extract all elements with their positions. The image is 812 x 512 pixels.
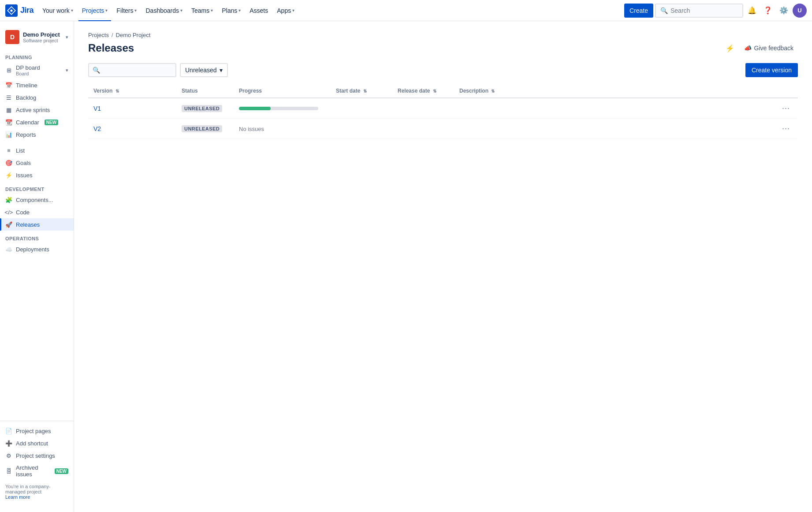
- notifications-button[interactable]: 🔔: [745, 4, 759, 18]
- your-work-chevron-icon: ▾: [71, 8, 73, 13]
- sidebar-item-timeline[interactable]: 📅 Timeline: [0, 79, 74, 91]
- release-date-v2: [392, 119, 454, 139]
- jira-logo-text: Jira: [20, 6, 34, 15]
- board-icon: ⊞: [5, 67, 12, 74]
- deployments-label: Deployments: [16, 246, 49, 253]
- breadcrumb-projects[interactable]: Projects: [88, 32, 109, 38]
- nav-assets[interactable]: Assets: [246, 4, 272, 18]
- col-start-date[interactable]: Start date ⇅: [331, 84, 392, 98]
- teams-chevron-icon: ▾: [211, 8, 213, 13]
- calendar-icon: 📆: [5, 119, 12, 126]
- start-date-sort-icon: ⇅: [363, 89, 367, 93]
- nav-apps[interactable]: Apps ▾: [273, 4, 298, 18]
- table-row: V2UNRELEASEDNo issues···: [88, 119, 798, 139]
- user-avatar[interactable]: U: [793, 4, 807, 18]
- breadcrumb-sep-1: /: [112, 32, 113, 38]
- version-search-input[interactable]: [103, 67, 172, 74]
- main-content: Projects / Demo Project Releases ⚡ 📣 Giv…: [74, 21, 812, 512]
- unreleased-filter-button[interactable]: Unreleased ▾: [180, 63, 228, 77]
- settings-icon: ⚙: [5, 452, 12, 459]
- project-name: Demo Project: [23, 31, 62, 38]
- more-actions-button-v2[interactable]: ···: [779, 123, 793, 134]
- sidebar-item-reports[interactable]: 📊 Reports: [0, 128, 74, 141]
- projects-chevron-icon: ▾: [105, 8, 108, 13]
- components-icon: 🧩: [5, 196, 12, 203]
- project-settings-label: Project settings: [16, 452, 55, 459]
- sidebar-item-list[interactable]: ≡ List: [0, 144, 74, 157]
- settings-button[interactable]: ⚙️: [777, 4, 791, 18]
- page-header-actions: ⚡ 📣 Give feedback: [726, 42, 798, 54]
- sidebar-item-deployments[interactable]: ☁️ Deployments: [0, 243, 74, 255]
- dp-board-chevron-icon: ▾: [66, 67, 68, 73]
- app-logo[interactable]: Jira: [5, 4, 34, 17]
- breadcrumb: Projects / Demo Project: [88, 32, 798, 38]
- col-actions: [774, 84, 798, 98]
- nav-filters[interactable]: Filters ▾: [113, 4, 140, 18]
- apps-chevron-icon: ▾: [292, 8, 294, 13]
- app-layout: D Demo Project Software project ▾ PLANNI…: [0, 0, 812, 512]
- sidebar-item-calendar[interactable]: 📆 Calendar NEW: [0, 116, 74, 128]
- deployments-icon: ☁️: [5, 246, 12, 253]
- progress-bar-v1: [239, 107, 318, 110]
- sidebar-item-dp-board[interactable]: ⊞ DP board Board ▾: [0, 62, 74, 79]
- project-type: Software project: [23, 38, 62, 43]
- status-badge-v1: UNRELEASED: [182, 105, 222, 112]
- sidebar-project-header[interactable]: D Demo Project Software project ▾: [0, 26, 74, 49]
- code-icon: </>: [5, 209, 12, 216]
- dp-board-sub: Board: [16, 71, 40, 76]
- create-button[interactable]: Create: [624, 4, 653, 18]
- description-v1: [454, 98, 774, 119]
- col-release-date[interactable]: Release date ⇅: [392, 84, 454, 98]
- sidebar-item-backlog[interactable]: ☰ Backlog: [0, 91, 74, 104]
- sidebar-item-add-shortcut[interactable]: ➕ Add shortcut: [0, 437, 74, 449]
- create-version-button[interactable]: Create version: [745, 63, 798, 77]
- sidebar-item-archived-issues[interactable]: 🗄 Archived issues NEW: [0, 462, 74, 480]
- sidebar-item-issues[interactable]: ⚡ Issues: [0, 169, 74, 181]
- sidebar-item-code[interactable]: </> Code: [0, 206, 74, 218]
- sidebar-item-project-pages[interactable]: 📄 Project pages: [0, 425, 74, 437]
- dp-board-label: DP board: [16, 64, 40, 71]
- components-label: Components...: [16, 197, 53, 203]
- more-actions-button-v1[interactable]: ···: [779, 103, 793, 114]
- learn-more-link[interactable]: Learn more: [5, 494, 30, 500]
- nav-your-work[interactable]: Your work ▾: [39, 4, 77, 18]
- gear-icon: ⚙️: [779, 6, 788, 15]
- description-v2: [454, 119, 774, 139]
- development-section-label: DEVELOPMENT: [0, 181, 74, 194]
- backlog-label: Backlog: [16, 94, 36, 101]
- version-link-v2[interactable]: V2: [93, 125, 101, 132]
- nav-teams[interactable]: Teams ▾: [188, 4, 216, 18]
- give-feedback-button[interactable]: 📣 Give feedback: [740, 42, 798, 54]
- releases-toolbar: 🔍 Unreleased ▾ Create version: [88, 63, 798, 77]
- add-shortcut-label: Add shortcut: [16, 440, 48, 447]
- sidebar-item-active-sprints[interactable]: ▦ Active sprints: [0, 104, 74, 116]
- releases-icon: 🚀: [5, 221, 12, 228]
- version-link-v1[interactable]: V1: [93, 105, 101, 112]
- dashboards-chevron-icon: ▾: [180, 8, 183, 13]
- help-button[interactable]: ❓: [761, 4, 775, 18]
- operations-section-label: OPERATIONS: [0, 231, 74, 243]
- breadcrumb-demo-project[interactable]: Demo Project: [116, 32, 151, 38]
- timeline-label: Timeline: [16, 82, 37, 89]
- sidebar-item-project-settings[interactable]: ⚙ Project settings: [0, 449, 74, 462]
- version-search-box[interactable]: 🔍: [88, 63, 176, 77]
- nav-dashboards[interactable]: Dashboards ▾: [142, 4, 186, 18]
- release-date-sort-icon: ⇅: [433, 89, 436, 93]
- page-header: Releases ⚡ 📣 Give feedback: [88, 42, 798, 54]
- sidebar-item-releases[interactable]: 🚀 Releases: [0, 218, 74, 231]
- goals-icon: 🎯: [5, 159, 12, 166]
- plans-chevron-icon: ▾: [238, 8, 241, 13]
- page-title: Releases: [88, 42, 134, 54]
- list-label: List: [16, 147, 25, 154]
- planning-section-label: PLANNING: [0, 49, 74, 62]
- col-version[interactable]: Version ⇅: [88, 84, 176, 98]
- search-placeholder: Search: [670, 7, 690, 14]
- sprint-icon: ▦: [5, 106, 12, 113]
- col-description[interactable]: Description ⇅: [454, 84, 774, 98]
- nav-plans[interactable]: Plans ▾: [218, 4, 244, 18]
- global-search-box[interactable]: 🔍 Search: [655, 4, 743, 18]
- sidebar-item-components[interactable]: 🧩 Components...: [0, 194, 74, 206]
- releases-label: Releases: [16, 221, 40, 228]
- sidebar-item-goals[interactable]: 🎯 Goals: [0, 157, 74, 169]
- nav-projects[interactable]: Projects ▾: [78, 4, 112, 18]
